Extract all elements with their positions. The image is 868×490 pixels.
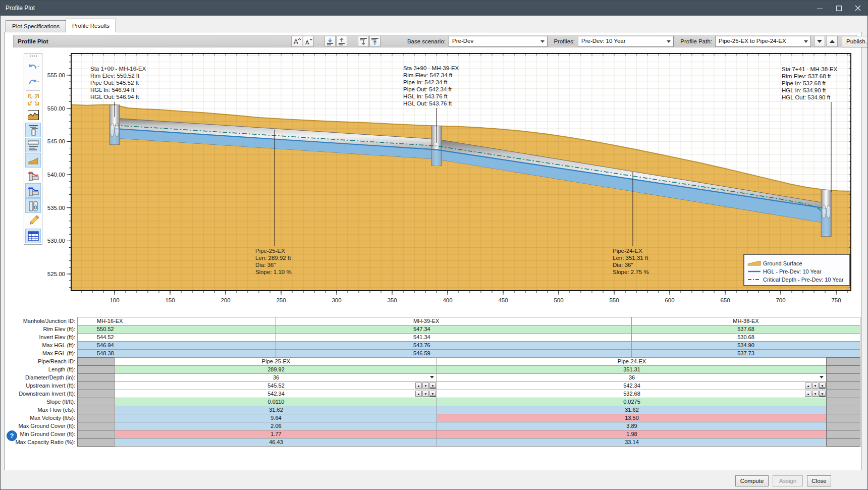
table-row: Min Ground Cover (ft):1.771.98 bbox=[1, 430, 863, 438]
pipe-opening-ellipse bbox=[827, 205, 831, 219]
cell-spinner-group: ▲▼▼ bbox=[415, 391, 436, 397]
table-cell[interactable]: 542.34▲▼▼ bbox=[437, 382, 827, 390]
table-row-label: Pipe/Reach ID: bbox=[13, 357, 75, 365]
table-filler-cell bbox=[826, 430, 860, 439]
table-filler-cell bbox=[77, 365, 116, 374]
pipe-opening-ellipse bbox=[111, 124, 115, 137]
table-row-label: Max HGL (ft): bbox=[13, 341, 75, 349]
cell-spinner-group: ▲▼▼ bbox=[415, 383, 436, 389]
x-axis-tick-label: 700 bbox=[776, 297, 785, 303]
annotation-text: Slope: 2.75 % bbox=[613, 269, 649, 275]
footer-bar: Compute Assign Close bbox=[1, 470, 867, 489]
table-cell: MH-38-EX bbox=[631, 317, 860, 325]
annotation-text: HGL Out: 546.94 ft bbox=[90, 94, 139, 100]
table-cell: 537.68 bbox=[631, 325, 860, 334]
spin-up-button[interactable]: ▲ bbox=[805, 391, 811, 397]
x-axis-tick-label: 100 bbox=[110, 297, 119, 303]
table-cell[interactable]: 36 bbox=[437, 373, 827, 382]
table-filler-cell bbox=[826, 414, 860, 422]
table-cell[interactable]: 542.34▲▼▼ bbox=[115, 390, 438, 398]
table-row-label: Invert Elev (ft): bbox=[13, 333, 75, 341]
table-filler-cell bbox=[77, 398, 116, 406]
table-filler-cell bbox=[826, 373, 860, 382]
table-row: Downstream Invert (ft):542.34▲▼▼532.68▲▼… bbox=[1, 390, 863, 398]
table-filler-cell bbox=[77, 382, 116, 390]
legend-label: Ground Surface bbox=[763, 260, 802, 266]
y-axis-tick-label: 555.00 bbox=[47, 72, 65, 78]
annotation-text: Sta 1+00 - MH-16-EX bbox=[90, 66, 146, 72]
table-cell: 0.0110 bbox=[115, 398, 438, 406]
table-row-label: Max EGL (ft): bbox=[13, 349, 75, 357]
table-cell: 31.62 bbox=[115, 406, 438, 414]
table-row-label: Slope (ft/ft): bbox=[13, 398, 75, 406]
table-filler-cell bbox=[77, 373, 116, 382]
spin-up-button[interactable]: ▲ bbox=[415, 383, 422, 389]
manhole-water-fill bbox=[432, 150, 441, 165]
table-row-label: Upstream Invert (ft): bbox=[13, 382, 75, 390]
x-axis-tick-label: 200 bbox=[221, 297, 230, 303]
match-invert-button[interactable]: ▼ bbox=[429, 391, 436, 397]
table-cell[interactable]: 532.68▲▼▼ bbox=[437, 390, 827, 398]
spin-down-button[interactable]: ▼ bbox=[812, 391, 819, 397]
table-row: Max Velocity (ft/s):9.6413.50 bbox=[1, 414, 863, 422]
table-filler-cell bbox=[826, 422, 860, 430]
y-axis-tick-label: 545.00 bbox=[47, 138, 65, 144]
annotation-text: Pipe-25-EX bbox=[255, 248, 285, 254]
help-button[interactable]: ? bbox=[7, 430, 17, 441]
table-row: Upstream Invert (ft):545.52▲▼▼542.34▲▼▼ bbox=[1, 382, 863, 390]
table-cell: 2.06 bbox=[115, 422, 438, 430]
table-row-label: Rim Elev (ft): bbox=[13, 325, 75, 333]
table-filler-cell bbox=[826, 438, 860, 447]
table-row-label: Manhole/Junction ID: bbox=[13, 317, 75, 325]
table-row: Max Flow (cfs):31.6231.62 bbox=[1, 406, 863, 414]
annotation-text: HGL Out: 534.90 ft bbox=[782, 94, 831, 100]
table-filler-cell bbox=[826, 398, 860, 406]
annotation-text: Dia: 36" bbox=[255, 262, 276, 268]
cell-dropdown-icon[interactable] bbox=[820, 376, 824, 378]
table-row-label: Diameter/Depth (in): bbox=[13, 373, 75, 382]
annotation-text: Rim Elev: 547.34 ft bbox=[403, 72, 453, 78]
table-filler-cell bbox=[77, 357, 116, 366]
spin-down-button[interactable]: ▼ bbox=[812, 383, 819, 389]
table-filler-cell bbox=[826, 365, 860, 374]
table-cell[interactable]: 36 bbox=[115, 373, 438, 382]
table-row: Length (ft):289.92351.31 bbox=[1, 365, 863, 373]
match-invert-button[interactable]: ▼ bbox=[429, 383, 436, 389]
match-invert-button[interactable]: ▼ bbox=[819, 391, 826, 397]
table-cell: 0.0275 bbox=[437, 398, 827, 406]
x-axis-tick-label: 600 bbox=[665, 297, 674, 303]
table-filler-cell bbox=[826, 390, 860, 398]
table-row: Max EGL (ft):548.38546.59537.73 bbox=[1, 349, 863, 357]
x-axis-tick-label: 500 bbox=[554, 297, 563, 303]
table-filler-cell bbox=[77, 430, 116, 439]
table-cell: 1.98 bbox=[437, 430, 827, 439]
profile-plot-chart[interactable]: Sta 1+00 - MH-16-EXRim Elev: 550.52 ftPi… bbox=[1, 1, 867, 313]
table-row: Diameter/Depth (in):3636 bbox=[1, 373, 863, 382]
spin-down-button[interactable]: ▼ bbox=[422, 383, 429, 389]
match-invert-button[interactable]: ▼ bbox=[819, 383, 826, 389]
compute-button[interactable]: Compute bbox=[735, 475, 769, 486]
annotation-text: Pipe Out: 542.34 ft bbox=[403, 86, 452, 92]
spin-down-button[interactable]: ▼ bbox=[422, 391, 429, 397]
profile-plot-window: Profile Plot Plot Specifications Profile… bbox=[0, 0, 868, 490]
table-row-label: Max Velocity (ft/s): bbox=[13, 414, 75, 422]
table-cell: MH-16-EX bbox=[77, 317, 296, 325]
table-cell: 1.77 bbox=[115, 430, 438, 439]
table-cell: 289.92 bbox=[115, 365, 438, 374]
table-row: Slope (ft/ft):0.01100.0275 bbox=[1, 398, 863, 406]
annotation-text: Sta 3+90 - MH-39-EX bbox=[403, 65, 459, 71]
table-filler-cell bbox=[826, 357, 860, 366]
annotation-text: Slope: 1.10 % bbox=[255, 269, 292, 275]
tab-profile-results[interactable]: Profile Results bbox=[66, 19, 116, 32]
close-dialog-button[interactable]: Close bbox=[807, 475, 831, 486]
spin-up-button[interactable]: ▲ bbox=[805, 383, 811, 389]
spin-up-button[interactable]: ▲ bbox=[415, 391, 422, 397]
annotation-text: Len: 289.92 ft bbox=[255, 255, 291, 261]
table-cell: Pipe-25-EX bbox=[115, 357, 438, 366]
y-axis-tick-label: 540.00 bbox=[47, 172, 65, 178]
cell-dropdown-icon[interactable] bbox=[430, 376, 434, 378]
table-cell[interactable]: 545.52▲▼▼ bbox=[115, 382, 438, 390]
legend-label: Critical Depth - Pre-Dev: 10 Year bbox=[763, 277, 844, 283]
table-filler-cell bbox=[77, 414, 116, 422]
y-axis-tick-label: 550.00 bbox=[47, 105, 65, 112]
